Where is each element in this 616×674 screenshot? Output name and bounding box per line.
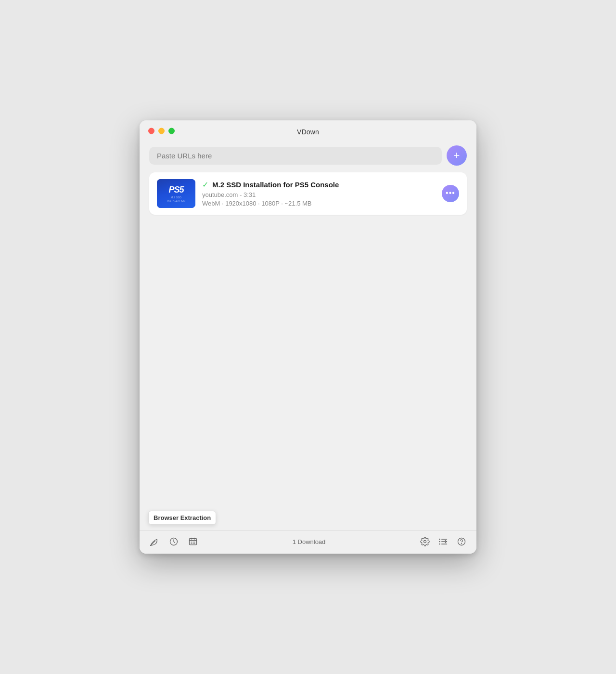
history-button[interactable] [168, 536, 179, 547]
ps5-sub-text: M.2 SSDINSTALLATION [167, 196, 185, 202]
app-window: VDown + PS5 M.2 SSDINSTALLATION [140, 120, 476, 554]
download-meta: WebM · 1920x1080 · 1080P · ~21.5 MB [202, 200, 435, 207]
help-icon [457, 537, 466, 546]
url-input[interactable] [157, 152, 434, 160]
toolbar: Browser Extraction [140, 530, 476, 554]
ps5-logo-text: PS5 [168, 185, 183, 195]
log-icon [438, 537, 448, 546]
browser-extraction-tooltip: Browser Extraction [148, 511, 216, 525]
video-thumbnail: PS5 M.2 SSDINSTALLATION [157, 179, 195, 208]
scheduler-button[interactable] [188, 536, 198, 547]
window-title: VDown [297, 128, 319, 136]
svg-point-17 [462, 544, 462, 544]
svg-point-15 [439, 544, 440, 545]
download-list: PS5 M.2 SSDINSTALLATION ✓ M.2 SSD Instal… [149, 172, 467, 215]
help-button[interactable] [456, 536, 467, 547]
more-options-button[interactable]: ••• [442, 185, 459, 202]
svg-point-13 [439, 539, 440, 540]
toolbar-right [420, 536, 467, 547]
ellipsis-icon: ••• [446, 189, 455, 197]
settings-button[interactable] [420, 536, 430, 547]
add-url-button[interactable]: + [447, 145, 467, 166]
download-info: ✓ M.2 SSD Installation for PS5 Console y… [202, 180, 435, 207]
download-title: M.2 SSD Installation for PS5 Console [212, 181, 339, 189]
download-count-label: 1 Download [293, 538, 326, 545]
url-input-container[interactable] [149, 147, 442, 165]
svg-point-14 [439, 541, 440, 543]
download-source: youtube.com - 3:31 [202, 191, 435, 198]
svg-rect-1 [190, 538, 197, 544]
clock-icon [169, 537, 179, 546]
toolbar-left [149, 536, 198, 547]
close-button[interactable] [148, 128, 154, 134]
minimize-button[interactable] [158, 128, 165, 134]
maximize-button[interactable] [168, 128, 175, 134]
leaf-icon [150, 537, 159, 546]
traffic-lights [148, 128, 175, 134]
titlebar: VDown [140, 120, 476, 142]
url-bar-row: + [149, 145, 467, 166]
scheduler-icon [188, 537, 198, 546]
plus-icon: + [454, 150, 460, 161]
content-area: + PS5 M.2 SSDINSTALLATION ✓ M.2 S [140, 142, 476, 530]
log-button[interactable] [438, 536, 449, 547]
download-item: PS5 M.2 SSDINSTALLATION ✓ M.2 SSD Instal… [149, 172, 467, 215]
settings-icon [420, 537, 430, 546]
browser-extraction-button[interactable] [149, 536, 160, 547]
status-check-icon: ✓ [202, 180, 208, 189]
svg-point-9 [424, 541, 426, 543]
download-title-row: ✓ M.2 SSD Installation for PS5 Console [202, 180, 435, 189]
